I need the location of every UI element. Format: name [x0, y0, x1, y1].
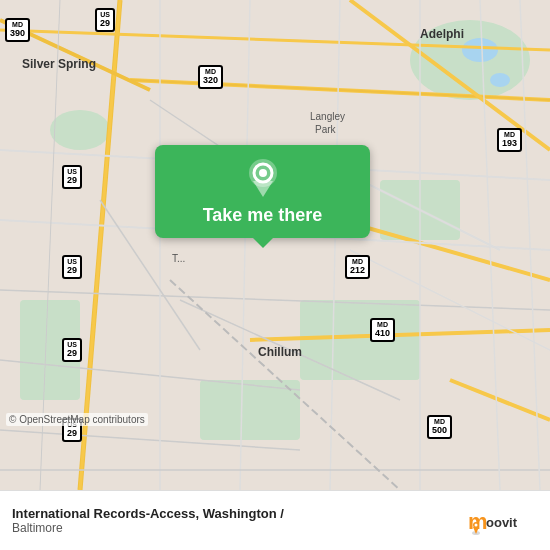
badge-us29-mid2: US29: [62, 255, 82, 279]
moovit-logo: m oovit: [468, 507, 538, 535]
svg-text:Chillum: Chillum: [258, 345, 302, 359]
badge-md212: MD212: [345, 255, 370, 279]
badge-md500: MD500: [427, 415, 452, 439]
svg-text:Silver Spring: Silver Spring: [22, 57, 96, 71]
badge-md193: MD193: [497, 128, 522, 152]
svg-point-53: [475, 523, 478, 526]
svg-point-5: [50, 110, 110, 150]
svg-point-8: [490, 73, 510, 87]
svg-rect-2: [300, 300, 420, 380]
moovit-logo-svg: m oovit: [468, 507, 538, 535]
svg-marker-47: [253, 181, 273, 197]
location-info: International Records-Access, Washington…: [12, 506, 284, 535]
bottom-bar: International Records-Access, Washington…: [0, 490, 550, 550]
location-subtitle: Baltimore: [12, 521, 284, 535]
svg-point-46: [259, 169, 267, 177]
badge-md410: MD410: [370, 318, 395, 342]
map-copyright: © OpenStreetMap contributors: [6, 413, 148, 426]
take-me-there-label: Take me there: [203, 205, 323, 226]
badge-md320: MD320: [198, 65, 223, 89]
badge-md390: MD390: [5, 18, 30, 42]
svg-text:T...: T...: [172, 253, 185, 264]
svg-text:m: m: [468, 509, 488, 534]
svg-text:Park: Park: [315, 124, 337, 135]
badge-us29-mid1: US29: [62, 165, 82, 189]
badge-us29-bot1: US29: [62, 338, 82, 362]
location-title: International Records-Access, Washington…: [12, 506, 284, 521]
svg-point-7: [462, 38, 498, 62]
svg-text:Adelphi: Adelphi: [420, 27, 464, 41]
svg-text:Langley: Langley: [310, 111, 345, 122]
map-container: Silver Spring Adelphi Chillum T... Langl…: [0, 0, 550, 490]
svg-text:oovit: oovit: [486, 515, 518, 530]
location-pin-icon: [247, 159, 279, 197]
badge-us29-top: US29: [95, 8, 115, 32]
take-me-there-button[interactable]: Take me there: [155, 145, 370, 238]
